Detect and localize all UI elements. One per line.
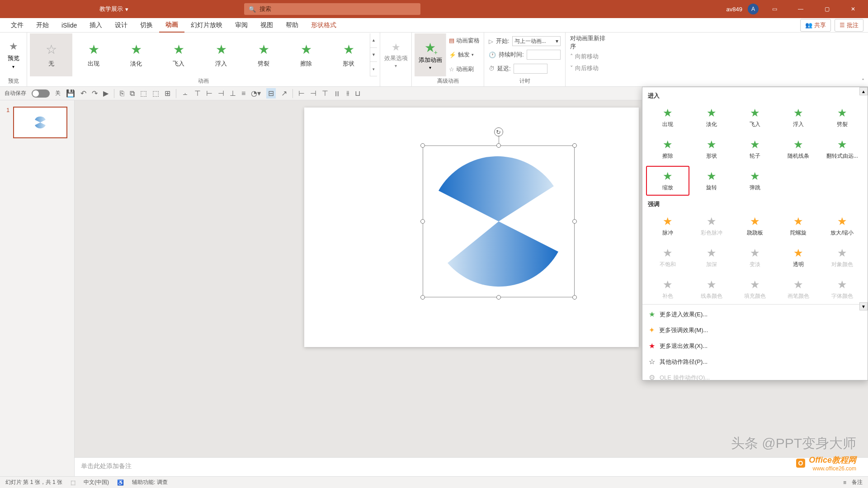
- align-icon[interactable]: ⫠: [182, 89, 189, 98]
- anim-fade[interactable]: ★淡化: [115, 33, 157, 76]
- tab-islide[interactable]: iSlide: [55, 19, 83, 32]
- more-motion-paths[interactable]: ☆其他动作路径(P)...: [642, 354, 868, 370]
- preview-button[interactable]: ★ 预览 ▾: [8, 33, 19, 76]
- align-left-icon[interactable]: ⊢: [298, 89, 305, 98]
- resize-handle-se[interactable]: [572, 295, 577, 300]
- accessibility-status[interactable]: 辅助功能: 调查: [132, 479, 168, 486]
- anim-emphasis-growshrink[interactable]: ★放大/缩小: [821, 211, 864, 241]
- spellcheck-icon[interactable]: ⬚: [71, 479, 75, 486]
- undo-icon[interactable]: ↶: [80, 89, 86, 98]
- anim-emphasis-complementary[interactable]: ★补色: [646, 274, 689, 304]
- anim-emphasis-colorpulse[interactable]: ★彩色脉冲: [689, 211, 733, 241]
- selected-shape[interactable]: [423, 145, 575, 297]
- anim-flyin[interactable]: ★飞入: [157, 33, 200, 76]
- gallery-scroll-down[interactable]: ▼: [370, 48, 377, 62]
- qat-icon[interactable]: ⧉: [130, 89, 135, 98]
- qat-icon[interactable]: ⬚: [152, 89, 159, 98]
- align-icon[interactable]: ⊤: [194, 89, 201, 98]
- resize-handle-s[interactable]: [496, 295, 501, 300]
- search-box[interactable]: 🔍 搜索: [244, 3, 420, 15]
- tab-home[interactable]: 开始: [30, 19, 55, 32]
- animation-pane-button[interactable]: ▤动画窗格: [449, 37, 481, 45]
- anim-entrance-shape[interactable]: ★形状: [689, 134, 733, 164]
- language-status[interactable]: 中文(中国): [84, 479, 109, 486]
- anim-entrance-swivel[interactable]: ★旋转: [689, 166, 733, 196]
- qat-icon[interactable]: ⊞: [165, 89, 170, 98]
- maximize-button[interactable]: ▢: [816, 0, 837, 18]
- resize-handle-w[interactable]: [420, 219, 425, 224]
- anim-entrance-wipe[interactable]: ★擦除: [646, 134, 689, 164]
- anim-entrance-zoom[interactable]: ★缩放: [646, 166, 689, 196]
- delay-spinner[interactable]: [514, 64, 547, 74]
- save-icon[interactable]: 💾: [66, 89, 75, 98]
- shape-fill-icon[interactable]: ◔▾: [251, 89, 261, 98]
- anim-entrance-growturn[interactable]: ★翻转式由远...: [821, 134, 864, 164]
- align-icon[interactable]: ⊣: [218, 89, 224, 98]
- collapse-ribbon-button[interactable]: ˄: [862, 78, 864, 84]
- tab-help[interactable]: 帮助: [279, 19, 305, 32]
- anim-entrance-fade[interactable]: ★淡化: [689, 103, 733, 132]
- anim-emphasis-pulse[interactable]: ★脉冲: [646, 211, 689, 241]
- more-entrance-effects[interactable]: ★更多进入效果(E)...: [642, 306, 868, 322]
- tab-shape-format[interactable]: 形状格式: [305, 19, 343, 32]
- notes-toggle[interactable]: 备注: [852, 479, 863, 486]
- ribbon-display-options[interactable]: ▭: [764, 0, 785, 18]
- add-animation-button[interactable]: ★+ 添加动画 ▾: [415, 33, 446, 76]
- tab-slideshow[interactable]: 幻灯片放映: [184, 19, 229, 32]
- distribute-h-icon[interactable]: ⫼: [334, 89, 341, 98]
- anim-entrance-flyin[interactable]: ★飞入: [733, 103, 777, 132]
- anim-entrance-appear[interactable]: ★出现: [646, 103, 689, 132]
- qat-icon[interactable]: ⬚: [140, 89, 147, 98]
- resize-handle-sw[interactable]: [420, 295, 425, 300]
- qat-icon[interactable]: ⊟: [266, 88, 276, 99]
- share-button[interactable]: 👥共享: [800, 19, 831, 32]
- anim-shape[interactable]: ★形状: [327, 33, 370, 76]
- align-icon[interactable]: ⊥: [230, 89, 236, 98]
- more-emphasis-effects[interactable]: ✦更多强调效果(M)...: [642, 322, 868, 338]
- anim-emphasis-objectcolor[interactable]: ★对象颜色: [821, 243, 864, 272]
- tab-animations[interactable]: 动画: [159, 18, 184, 33]
- tab-transitions[interactable]: 切换: [134, 19, 159, 32]
- anim-entrance-split[interactable]: ★劈裂: [821, 103, 864, 132]
- anim-emphasis-fontcolor[interactable]: ★字体颜色: [821, 274, 864, 304]
- anim-emphasis-linecolor[interactable]: ★线条颜色: [689, 274, 733, 304]
- align-icon[interactable]: ⊢: [206, 89, 212, 98]
- more-exit-effects[interactable]: ★更多退出效果(X)...: [642, 338, 868, 354]
- start-from-beginning-icon[interactable]: ▶: [103, 89, 108, 98]
- anim-appear[interactable]: ★出现: [72, 33, 115, 76]
- tab-file[interactable]: 文件: [5, 19, 30, 32]
- minimize-button[interactable]: —: [790, 0, 811, 18]
- align-top-icon[interactable]: ⊤: [322, 89, 328, 98]
- panel-scroll-down[interactable]: ▼: [859, 302, 868, 310]
- comments-button[interactable]: ☰批注: [835, 19, 863, 32]
- qat-icon[interactable]: ⎘: [120, 89, 124, 98]
- anim-emphasis-teeter[interactable]: ★跷跷板: [733, 211, 777, 241]
- gallery-scroll-up[interactable]: ▲: [370, 33, 377, 48]
- slide-counter[interactable]: 幻灯片 第 1 张，共 1 张: [5, 479, 62, 486]
- tab-design[interactable]: 设计: [108, 19, 134, 32]
- resize-handle-ne[interactable]: [572, 143, 577, 148]
- anim-entrance-wheel[interactable]: ★轮子: [733, 134, 777, 164]
- anim-entrance-bounce[interactable]: ★弹跳: [733, 166, 777, 196]
- distribute-v-icon[interactable]: ⫵: [346, 89, 349, 98]
- document-title-dropdown[interactable]: 教学展示 ▾: [99, 5, 128, 13]
- duration-spinner[interactable]: [527, 50, 561, 60]
- anim-emphasis-lighten[interactable]: ★变淡: [733, 243, 777, 272]
- gallery-expand[interactable]: ▾: [370, 62, 377, 76]
- trigger-button[interactable]: ⚡触发▾: [449, 51, 481, 59]
- resize-handle-e[interactable]: [572, 219, 577, 224]
- resize-handle-n[interactable]: [496, 143, 501, 148]
- align-icon[interactable]: ≡: [241, 89, 245, 98]
- qat-icon[interactable]: ↗: [281, 89, 287, 98]
- slide-thumbnail-1[interactable]: 1: [6, 107, 68, 138]
- rotate-handle[interactable]: [494, 127, 503, 136]
- anim-wipe[interactable]: ★擦除: [285, 33, 327, 76]
- qat-icon[interactable]: ⊔: [355, 89, 360, 98]
- anim-split[interactable]: ★劈裂: [242, 33, 285, 76]
- anim-floatin[interactable]: ★浮入: [200, 33, 242, 76]
- anim-none[interactable]: ☆无: [30, 33, 72, 76]
- start-combo[interactable]: 与上一动画...▾: [512, 36, 561, 46]
- user-avatar[interactable]: A: [748, 4, 759, 14]
- anim-emphasis-brushcolor[interactable]: ★画笔颜色: [777, 274, 820, 304]
- user-name[interactable]: av849: [726, 6, 742, 13]
